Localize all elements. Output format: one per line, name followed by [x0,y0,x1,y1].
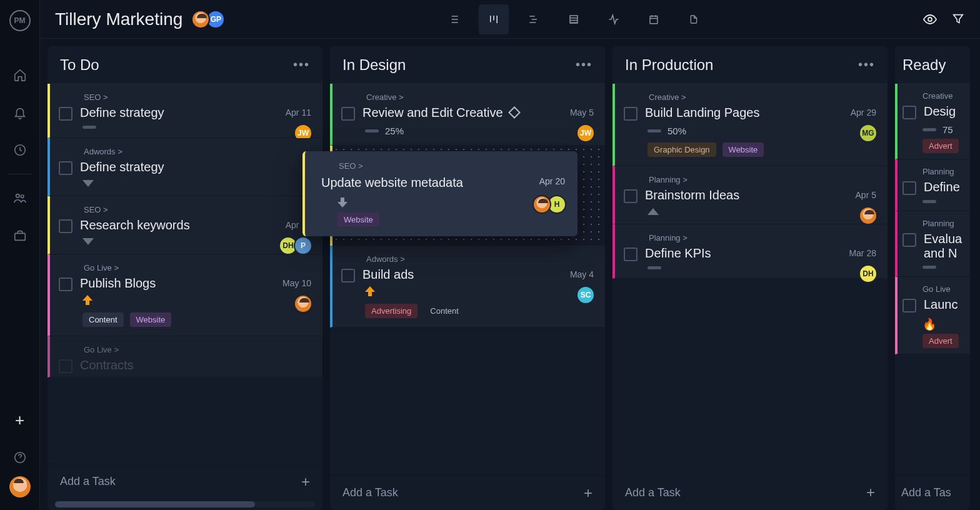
people-icon[interactable] [12,191,28,206]
progress-bar [922,128,936,131]
tag[interactable]: Advertising [365,304,418,318]
column-todo: To Do ••• SEO > Define strategy Apr 11 J… [48,46,322,510]
breadcrumb: Adwords > [366,254,595,264]
task-checkbox[interactable] [59,219,72,233]
task-title: Build ads [362,268,595,282]
project-title: Tillery Marketing [55,9,182,29]
breadcrumb: Creative [922,91,965,101]
tag[interactable]: Content [424,304,465,318]
assignee-avatar[interactable] [294,294,312,313]
sheet-view-icon[interactable] [559,4,589,34]
task-checkbox[interactable] [902,233,916,247]
task-card[interactable]: Adwords > Build ads May 4 SC Advertising… [330,246,605,328]
activity-view-icon[interactable] [599,4,629,34]
briefcase-icon[interactable] [12,228,28,243]
priority-high-icon [365,288,375,298]
task-checkbox[interactable] [902,299,916,312]
task-title: Publish Blogs [80,276,312,291]
tag[interactable]: Advert [922,139,959,153]
add-task-button[interactable]: Add a Tas [895,475,970,510]
progress-text: 75 [942,124,953,135]
bell-icon[interactable] [12,105,28,120]
app-logo[interactable]: PM [9,10,31,31]
task-checkbox[interactable] [59,161,72,175]
help-icon[interactable] [12,450,28,465]
member-avatar[interactable] [191,10,210,29]
chevron-down-icon [82,238,94,245]
task-checkbox[interactable] [59,107,72,121]
task-checkbox[interactable] [341,269,355,282]
eye-icon[interactable] [922,12,938,27]
dragging-task-card[interactable]: SEO > Update website metadata Apr 20 H W… [302,151,578,236]
chevron-down-icon [82,180,94,187]
task-card[interactable]: Creative Desig 75 Advert [895,84,970,159]
column-ready: Ready Creative Desig 75 Advert Planning … [895,46,970,510]
assignee-avatar[interactable]: JW [576,124,595,142]
assignee-avatar[interactable]: MG [859,124,878,142]
column-menu-icon[interactable]: ••• [858,58,875,72]
task-checkbox[interactable] [59,278,72,291]
priority-high-icon [82,296,92,306]
task-card[interactable]: SEO > Research keywords Apr 13 DH P [48,196,322,254]
assignee-avatar[interactable] [859,206,878,225]
breadcrumb: SEO > [84,92,312,102]
main: Tillery Marketing GP To Do ••• [40,0,980,510]
column-cards: SEO > Define strategy Apr 11 JW Adwords … [48,84,322,464]
file-view-icon[interactable] [679,4,709,34]
svg-point-2 [21,195,24,198]
task-card[interactable]: Creative > Build Landing Pages Apr 29 50… [612,84,888,166]
task-card[interactable]: Planning > Define KPIs Mar 28 DH [612,224,888,279]
tag[interactable]: Content [82,312,124,327]
task-card[interactable]: Planning > Brainstorm Ideas Apr 5 [612,166,888,224]
breadcrumb: Planning [922,167,965,176]
task-card[interactable]: Adwords > Define strategy [48,138,322,196]
assignee-avatar[interactable]: DH [859,264,878,283]
assignee-avatar[interactable]: SC [576,286,595,304]
add-task-button[interactable]: Add a Task + [48,464,322,499]
task-card[interactable]: Planning Evalua and N [895,211,970,277]
scroll-thumb[interactable] [55,501,255,508]
task-card[interactable]: Creative > Review and Edit Creative May … [330,84,605,146]
task-card[interactable]: Go Live Launc 🔥 Advert [895,277,970,354]
add-task-button[interactable]: Add a Task + [612,475,888,510]
column-header: Ready [895,46,970,84]
assignee-avatar[interactable]: P [294,236,312,255]
add-icon[interactable]: + [12,412,28,428]
filter-icon[interactable] [951,12,965,27]
task-checkbox[interactable] [59,359,72,373]
tag[interactable]: Website [722,142,764,157]
task-checkbox[interactable] [624,107,638,121]
board-view-icon[interactable] [479,4,509,34]
tag[interactable]: Website [338,212,379,227]
assignee-avatar[interactable] [532,195,551,214]
tag[interactable]: Advert [922,334,959,348]
task-card[interactable]: Planning Define [895,159,970,211]
chevron-up-icon [648,208,659,215]
breadcrumb: Planning [922,219,965,228]
add-task-button[interactable]: Add a Task + [330,475,605,510]
task-checkbox[interactable] [902,106,916,119]
plus-icon: + [866,484,875,501]
breadcrumb: Planning > [649,175,878,184]
task-card[interactable]: Go Live > Publish Blogs May 10 Content W… [48,254,322,336]
horizontal-scrollbar[interactable] [55,501,315,508]
task-card[interactable]: SEO > Define strategy Apr 11 JW [48,84,322,138]
tag[interactable]: Graphic Design [648,142,716,157]
task-checkbox[interactable] [341,107,355,121]
plus-icon: + [584,484,592,502]
project-members[interactable]: GP [195,10,225,29]
user-avatar[interactable] [9,476,31,498]
due-date: May 4 [570,269,594,279]
gantt-view-icon[interactable] [519,4,549,34]
calendar-view-icon[interactable] [639,4,669,34]
tag[interactable]: Website [130,312,172,327]
task-checkbox[interactable] [624,248,638,261]
column-menu-icon[interactable]: ••• [576,58,592,72]
clock-icon[interactable] [12,142,28,158]
home-icon[interactable] [12,68,28,82]
list-view-icon[interactable] [439,4,469,34]
task-card[interactable]: Go Live > Contracts [48,336,322,378]
column-menu-icon[interactable]: ••• [293,58,310,72]
task-checkbox[interactable] [902,181,916,195]
task-checkbox[interactable] [624,189,638,203]
